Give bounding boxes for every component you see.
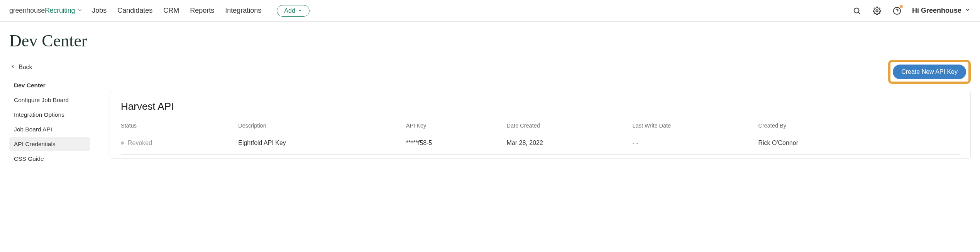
search-icon[interactable] — [852, 6, 862, 16]
status-text: Revoked — [128, 140, 152, 146]
top-nav-links: Jobs Candidates CRM Reports Integrations — [92, 7, 261, 15]
svg-point-0 — [854, 8, 859, 13]
chevron-down-icon — [77, 7, 83, 14]
sidebar-item-api-credentials[interactable]: API Credentials — [9, 137, 90, 151]
brand[interactable]: greenhouseRecruiting — [9, 7, 83, 15]
sidebar-item-label: Integration Options — [14, 111, 64, 118]
cell-created-by: Rick O'Connor — [758, 136, 960, 155]
nav-integrations[interactable]: Integrations — [225, 7, 261, 15]
gear-icon[interactable] — [872, 6, 882, 16]
col-api-key: API Key — [406, 123, 507, 136]
sidebar-item-label: API Credentials — [14, 141, 56, 147]
layout: Back Dev Center Configure Job Board Inte… — [9, 60, 971, 167]
help-icon[interactable] — [892, 6, 902, 16]
api-keys-table: Status Description API Key Date Created … — [121, 123, 960, 155]
chevron-left-icon — [10, 64, 15, 71]
nav-candidates[interactable]: Candidates — [117, 7, 152, 15]
col-date-created: Date Created — [507, 123, 633, 136]
col-status: Status — [121, 123, 238, 136]
page: Dev Center Back Dev Center Configure Job… — [0, 22, 980, 176]
sidebar: Back Dev Center Configure Job Board Inte… — [9, 60, 90, 167]
top-nav: greenhouseRecruiting Jobs Candidates CRM… — [0, 0, 980, 22]
svg-line-1 — [858, 12, 860, 14]
svg-point-2 — [876, 10, 878, 12]
sidebar-item-configure-job-board[interactable]: Configure Job Board — [9, 93, 90, 107]
sidebar-item-label: Job Board API — [14, 126, 52, 133]
brand-text: greenhouseRecruiting — [9, 7, 75, 15]
sidebar-item-integration-options[interactable]: Integration Options — [9, 108, 90, 122]
add-button[interactable]: Add — [277, 5, 309, 17]
col-created-by: Created By — [758, 123, 960, 136]
sidebar-item-job-board-api[interactable]: Job Board API — [9, 123, 90, 136]
table-row[interactable]: Revoked Eightfold API Key *****f58-5 Mar… — [121, 136, 960, 155]
harvest-api-panel: Harvest API Status Description API Key D… — [110, 91, 971, 159]
status-dot-icon — [121, 141, 124, 145]
col-description: Description — [238, 123, 406, 136]
main-area: Create New API Key Harvest API Status De… — [110, 60, 971, 159]
nav-jobs[interactable]: Jobs — [92, 7, 107, 15]
back-link[interactable]: Back — [9, 62, 90, 72]
col-last-write: Last Write Date — [633, 123, 758, 136]
cell-date-created: Mar 28, 2022 — [507, 136, 633, 155]
create-api-key-highlight: Create New API Key — [888, 60, 971, 84]
back-label: Back — [19, 64, 32, 71]
cell-api-key: *****f58-5 — [406, 136, 507, 155]
chevron-down-icon — [965, 7, 971, 15]
top-nav-right: Hi Greenhouse — [852, 6, 971, 16]
sidebar-item-css-guide[interactable]: CSS Guide — [9, 152, 90, 166]
chevron-down-icon — [298, 7, 302, 14]
cell-description: Eightfold API Key — [238, 136, 406, 155]
create-api-key-button[interactable]: Create New API Key — [893, 65, 966, 79]
sidebar-item-label: Configure Job Board — [14, 97, 69, 103]
sidebar-item-label: CSS Guide — [14, 155, 44, 162]
user-greeting-text: Hi Greenhouse — [912, 7, 961, 15]
status-cell: Revoked — [121, 140, 235, 146]
nav-crm[interactable]: CRM — [163, 7, 179, 15]
sidebar-item-label: Dev Center — [14, 82, 46, 89]
page-title: Dev Center — [9, 31, 971, 51]
notification-dot — [900, 5, 903, 8]
nav-reports[interactable]: Reports — [190, 7, 214, 15]
add-button-label: Add — [284, 7, 295, 14]
sidebar-item-dev-center[interactable]: Dev Center — [9, 78, 90, 92]
panel-title: Harvest API — [121, 100, 960, 112]
cell-last-write: - - — [633, 136, 758, 155]
user-menu[interactable]: Hi Greenhouse — [912, 7, 971, 15]
